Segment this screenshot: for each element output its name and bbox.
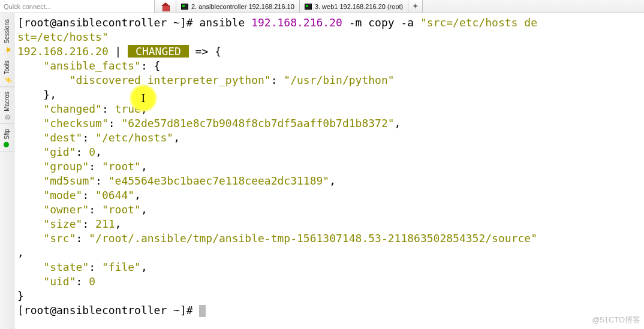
dot-icon bbox=[4, 141, 10, 148]
json-key: "checksum" bbox=[43, 117, 108, 129]
json-value: 211 bbox=[95, 218, 115, 230]
json-value: "62de57d81e8c7b9048f8cb7df5aaff0b7d1b837… bbox=[121, 117, 394, 129]
json-value: "root" bbox=[102, 160, 141, 173]
sidebar: ★ Sessions ⚡ Tools ⚙ Macros Sftp bbox=[0, 13, 14, 329]
json-key: "md5sum" bbox=[43, 174, 95, 187]
sidebar-macros[interactable]: ⚙ Macros bbox=[0, 88, 14, 124]
json-key: "state" bbox=[43, 261, 89, 273]
sidebar-label: Tools bbox=[4, 61, 10, 74]
json-key: "src" bbox=[43, 232, 76, 245]
gear-icon: ⚙ bbox=[4, 113, 10, 120]
new-tab-button[interactable]: ✦ bbox=[408, 0, 423, 13]
sidebar-sessions[interactable]: ★ Sessions bbox=[0, 16, 14, 56]
sidebar-label: Sftp bbox=[4, 129, 10, 140]
json-value: "root" bbox=[102, 203, 141, 216]
json-value: "/etc/hosts" bbox=[95, 131, 173, 144]
arrow: => { bbox=[189, 45, 221, 58]
cmd-arg: "src=/etc/hosts de bbox=[420, 16, 537, 29]
json-value: 0 bbox=[89, 275, 95, 288]
cmd-text: ansible bbox=[199, 16, 251, 29]
json-value: "/root/.ansible/tmp/ansible-tmp-15613071… bbox=[89, 232, 537, 245]
star-icon: ★ bbox=[4, 46, 10, 52]
pipe: | bbox=[109, 45, 128, 58]
terminal-output[interactable]: [root@ansiblecontroller ~]# ansible 192.… bbox=[16, 13, 644, 329]
tab-ansiblecontroller[interactable]: 2. ansiblecontroller 192.168.216.10 bbox=[176, 0, 300, 13]
json-key: "discovered_interpreter_python" bbox=[70, 74, 271, 86]
json-value: true bbox=[115, 102, 141, 115]
result-ip: 192.168.216.20 bbox=[17, 45, 109, 58]
json-key: "gid" bbox=[43, 146, 76, 158]
shell-prompt: [root@ansiblecontroller ~]# bbox=[17, 16, 199, 29]
sidebar-sftp[interactable]: Sftp bbox=[0, 125, 14, 152]
json-close: } bbox=[17, 289, 24, 302]
terminal-icon bbox=[181, 4, 188, 10]
json-key: "ansible_facts" bbox=[43, 59, 141, 72]
sidebar-tools[interactable]: ⚡ Tools bbox=[0, 57, 14, 87]
cmd-text: -m copy -a bbox=[342, 16, 420, 29]
json-key: "changed" bbox=[43, 102, 102, 115]
json-key: "size" bbox=[43, 218, 82, 230]
json-key: "owner" bbox=[43, 203, 89, 216]
terminal-cursor bbox=[199, 305, 206, 317]
json-key: "group" bbox=[43, 160, 89, 173]
tab-web1[interactable]: 3. web1 192.168.216.20 (root) bbox=[300, 0, 408, 13]
json-value: "e45564e3bc1baec7e118ceea2dc31189" bbox=[109, 174, 329, 187]
home-icon bbox=[161, 2, 170, 11]
terminal-icon bbox=[305, 4, 312, 10]
json-value: 0 bbox=[89, 146, 95, 158]
tab-label: 3. web1 192.168.216.20 (root) bbox=[315, 3, 403, 10]
status-changed: CHANGED bbox=[128, 45, 189, 58]
json-key: "uid" bbox=[43, 275, 76, 288]
json-key: "dest" bbox=[43, 131, 82, 144]
json-value: "file" bbox=[102, 261, 141, 273]
json-value: "0644" bbox=[95, 189, 134, 201]
json-punc: }, bbox=[17, 88, 56, 101]
cmd-ip: 192.168.216.20 bbox=[251, 16, 342, 29]
tab-home[interactable] bbox=[155, 0, 176, 13]
tab-bar: Quick connect... 2. ansiblecontroller 19… bbox=[0, 0, 644, 13]
tab-label: 2. ansiblecontroller 192.168.216.10 bbox=[191, 3, 294, 10]
json-key: "mode" bbox=[43, 189, 82, 201]
quick-connect-input[interactable]: Quick connect... bbox=[0, 0, 155, 13]
sidebar-label: Macros bbox=[4, 92, 10, 111]
shell-prompt: [root@ansiblecontroller ~]# bbox=[17, 304, 199, 316]
json-punc: : { bbox=[141, 59, 161, 72]
json-value: "/usr/bin/python" bbox=[284, 74, 394, 86]
bolt-icon: ⚡ bbox=[4, 76, 10, 83]
cmd-arg: st=/etc/hosts" bbox=[17, 31, 109, 43]
sidebar-label: Sessions bbox=[4, 19, 10, 44]
